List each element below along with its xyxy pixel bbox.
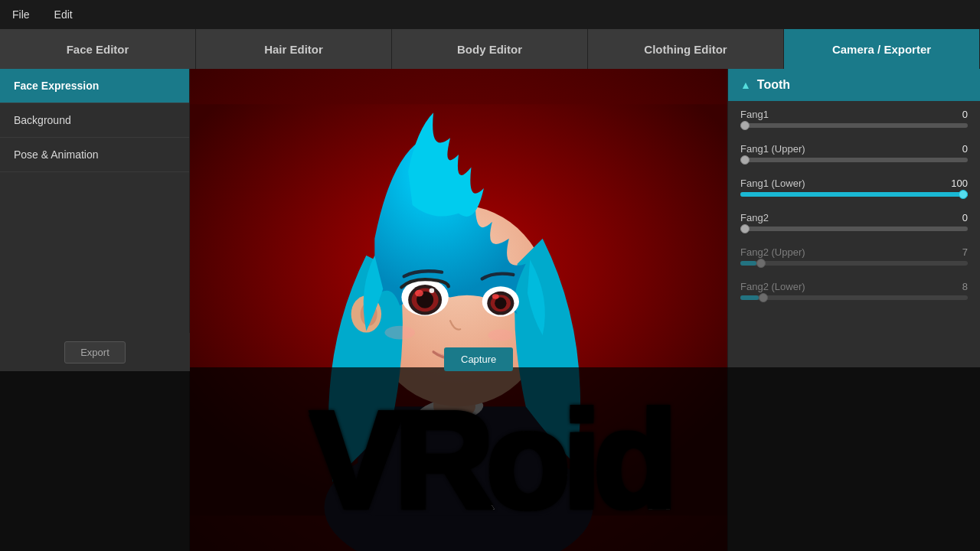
param-fang2-lower-slider[interactable] [740, 295, 968, 300]
param-fang2-value: 0 [945, 212, 968, 223]
param-fang2-lower-value: 8 [945, 281, 968, 292]
param-fang2-upper-slider[interactable] [740, 261, 968, 266]
svg-point-19 [384, 326, 414, 340]
param-fang1-label: Fang1 [740, 109, 769, 120]
param-fang1-lower: Fang1 (Lower) 100 [728, 170, 980, 204]
tabbar: Face Editor Hair Editor Body Editor Clot… [0, 29, 980, 69]
export-button[interactable]: Export [64, 341, 126, 364]
bottom-capture-area: Capture [444, 347, 513, 371]
param-fang1-value: 0 [945, 109, 968, 120]
tab-body-editor[interactable]: Body Editor [392, 29, 588, 69]
param-fang2-upper-label: Fang2 (Upper) [740, 246, 805, 258]
svg-point-12 [415, 290, 423, 297]
svg-point-17 [495, 298, 506, 309]
param-fang1-upper-slider[interactable] [740, 158, 968, 162]
param-fang1-lower-value: 100 [945, 178, 968, 189]
param-fang1-lower-slider[interactable] [740, 192, 968, 197]
menu-file[interactable]: File [8, 5, 34, 24]
character-view [190, 69, 727, 551]
collapse-icon[interactable]: ▲ [740, 79, 751, 91]
viewport[interactable] [190, 69, 727, 551]
param-fang1-lower-label: Fang1 (Lower) [740, 178, 805, 189]
param-fang1-slider[interactable] [740, 123, 968, 128]
sidebar-item-pose-animation[interactable]: Pose & Animation [0, 138, 189, 172]
section-header: ▲ Tooth [728, 69, 980, 101]
menu-edit[interactable]: Edit [50, 5, 77, 24]
tab-camera-exporter[interactable]: Camera / Exporter [784, 29, 980, 69]
param-fang2-slider[interactable] [740, 227, 968, 231]
tab-clothing-editor[interactable]: Clothing Editor [588, 29, 784, 69]
main-area: Face Expression Background Pose & Animat… [0, 69, 980, 551]
sidebar-item-background[interactable]: Background [0, 103, 189, 138]
param-fang1-upper-label: Fang1 (Upper) [740, 143, 805, 155]
param-fang2-label: Fang2 [740, 212, 769, 223]
svg-point-18 [492, 294, 499, 299]
param-fang2-upper-value: 7 [945, 246, 968, 258]
param-fang1-upper: Fang1 (Upper) 0 [728, 135, 980, 170]
capture-button[interactable]: Capture [444, 347, 513, 371]
param-fang2-upper: Fang2 (Upper) 7 [728, 239, 980, 273]
param-fang2-lower: Fang2 (Lower) 8 [728, 273, 980, 308]
svg-point-13 [430, 288, 435, 293]
param-fang2-lower-label: Fang2 (Lower) [740, 281, 805, 292]
bottom-buttons-area: Export [0, 333, 190, 371]
tab-face-editor[interactable]: Face Editor [0, 29, 196, 69]
svg-point-20 [488, 329, 513, 341]
menubar: File Edit [0, 0, 980, 29]
param-fang1-upper-value: 0 [945, 143, 968, 155]
right-panel: ▲ Tooth Fang1 0 Fang1 (Upper) 0 [727, 69, 980, 551]
tab-hair-editor[interactable]: Hair Editor [196, 29, 392, 69]
param-fang1: Fang1 0 [728, 101, 980, 135]
section-title: Tooth [757, 78, 790, 92]
sidebar-item-face-expression[interactable]: Face Expression [0, 69, 189, 103]
sidebar: Face Expression Background Pose & Animat… [0, 69, 190, 551]
param-fang2: Fang2 0 [728, 204, 980, 239]
